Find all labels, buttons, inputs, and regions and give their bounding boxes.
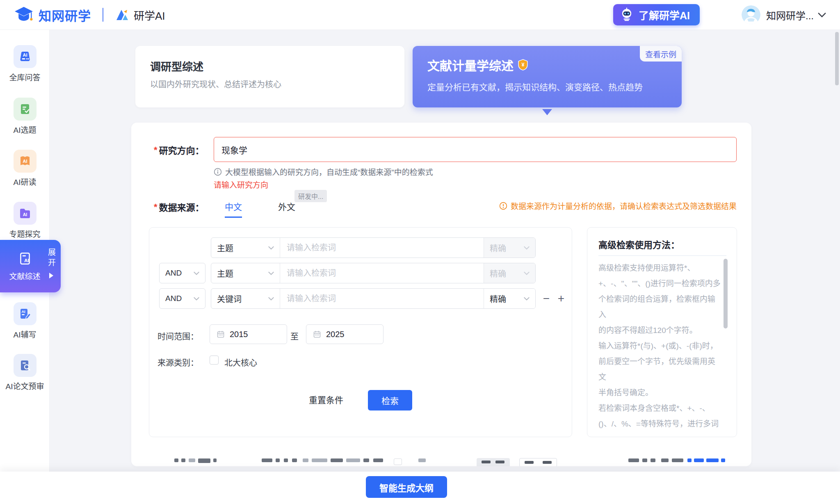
help-body: 高级检索支持使用运算符*、 +、-、''、""、()进行同一检索项内多 个检索词… [598, 260, 721, 433]
chevron-down-icon[interactable] [818, 12, 826, 18]
chevron-down-icon [268, 297, 274, 301]
sidebar-item-review-selected[interactable]: AI 文献综述 展开 [0, 240, 61, 292]
sidebar-item-label: 专题探究 [9, 228, 40, 239]
sidebar-item-label: AI选题 [14, 124, 37, 135]
field-select[interactable]: 关键词 [211, 289, 280, 308]
brand-logo[interactable]: 知网研学 [14, 6, 91, 24]
warning-icon [499, 202, 507, 210]
sidebar-item-writing[interactable]: AI AI辅写 [0, 302, 50, 340]
reset-conditions-button[interactable]: 重置条件 [309, 393, 343, 406]
card-bibliometric-review[interactable]: 文献计量学综述 ¥ 定量分析已有文献，揭示知识结构、演变路径、热点趋势 查看示例 [413, 46, 682, 107]
add-row-button[interactable]: + [555, 288, 568, 309]
field-select[interactable]: 主题 [211, 263, 280, 283]
calendar-icon [313, 330, 321, 338]
learn-ai-label: 了解研学AI [639, 7, 690, 22]
shield-vip-icon: ¥ [518, 59, 528, 71]
card-survey-review[interactable]: 调研型综述 以国内外研究现状、总结评述为核心 [135, 46, 404, 107]
research-direction-error: 请输入研究方向 [214, 179, 268, 190]
source-category-label: 来源类别： [158, 356, 199, 368]
ai-qa-icon: AI [14, 45, 37, 68]
card-subtitle: 定量分析已有文献，揭示知识结构、演变路径、热点趋势 [427, 80, 643, 93]
search-term-input[interactable] [280, 238, 484, 258]
match-mode-select[interactable]: 精确 [484, 263, 535, 283]
research-direction-input[interactable] [214, 137, 737, 162]
search-term-input[interactable] [280, 289, 484, 308]
sidebar-item-precheck[interactable]: AI论文预审 [0, 354, 50, 391]
ai-precheck-icon [14, 354, 37, 377]
ai-explore-icon: AI [14, 202, 37, 225]
ai-reading-icon: AI [14, 150, 37, 173]
svg-text:AI: AI [23, 159, 27, 164]
help-scrollbar[interactable] [724, 259, 728, 328]
end-year-value: 2025 [326, 330, 345, 339]
research-direction-label: *研究方向： [154, 143, 204, 156]
svg-text:¥: ¥ [521, 62, 525, 68]
sidebar-item-label: 文献综述 [9, 270, 40, 281]
remove-row-button[interactable]: − [540, 288, 553, 309]
sidebar-item-qa[interactable]: AI 全库问答 [0, 45, 50, 82]
sidebar-item-reading[interactable]: AI AI研读 [0, 150, 50, 187]
start-year-value: 2015 [230, 330, 248, 339]
svg-text:AI: AI [21, 309, 25, 314]
operator-select[interactable]: AND [159, 288, 205, 309]
top-header: 知网研学 研学AI [0, 0, 840, 30]
required-mark: * [154, 202, 158, 212]
app-root: 知网研学 研学AI [0, 0, 840, 504]
svg-text:AI: AI [24, 258, 29, 263]
chevron-down-icon [524, 246, 530, 250]
sidebar-item-topic[interactable]: AI选题 [0, 98, 50, 135]
clipped-checkbox[interactable] [394, 458, 402, 465]
account-name[interactable]: 知网研学... [766, 8, 814, 22]
header-divider [103, 8, 103, 22]
match-mode-select[interactable]: 精确 [484, 238, 535, 258]
search-row: 关键词 精确 [211, 288, 536, 309]
help-title: 高级检索使用方法： [598, 237, 680, 251]
chevron-down-icon [268, 271, 274, 275]
data-source-label: *数据来源： [154, 200, 204, 213]
end-year-picker[interactable]: 2025 [306, 324, 383, 344]
review-config-panel: *研究方向： 大模型根据输入的研究方向，自动生成“数据来源”中的检索式 请输入研… [131, 123, 751, 466]
calendar-icon [217, 330, 225, 338]
bottom-action-bar: 智能生成大纲 [0, 472, 840, 504]
card-title: 调研型综述 [150, 58, 203, 73]
selected-card-pointer-icon [542, 109, 552, 115]
field-select[interactable]: 主题 [211, 238, 280, 258]
expand-label: 展开 [46, 248, 57, 269]
start-year-picker[interactable]: 2015 [210, 324, 287, 344]
ai-review-icon: AI [18, 251, 32, 266]
tab-foreign[interactable]: 外文 [278, 200, 295, 217]
match-mode-select[interactable]: 精确 [484, 289, 535, 308]
avatar[interactable] [742, 5, 760, 24]
sidebar-item-label: 全库问答 [9, 71, 40, 82]
chevron-down-icon [268, 246, 274, 250]
sidebar-item-label: AI辅写 [14, 328, 37, 340]
ai-writing-icon: AI [14, 302, 37, 325]
sidebar-item-explore[interactable]: AI 专题探究 [0, 202, 50, 239]
tab-chinese[interactable]: 中文 [225, 200, 242, 218]
brand-name: 知网研学 [39, 6, 91, 24]
spark-icon [115, 8, 130, 21]
page-scrollbar[interactable] [835, 32, 839, 85]
info-icon [214, 168, 222, 176]
sidebar-item-label: AI研读 [14, 176, 37, 187]
triangle-right-icon [49, 273, 53, 278]
card-subtitle: 以国内外研究现状、总结评述为核心 [150, 78, 281, 90]
view-example-badge[interactable]: 查看示例 [640, 46, 682, 62]
expand-handle[interactable]: 展开 [46, 248, 57, 278]
pku-core-checkbox[interactable] [210, 356, 219, 365]
clipped-content-row [131, 457, 751, 466]
clipped-toggle-button[interactable] [519, 458, 557, 466]
clipped-toggle-button-active[interactable] [477, 458, 510, 466]
search-term-input[interactable] [280, 263, 484, 283]
learn-ai-button[interactable]: 了解研学AI [613, 4, 700, 25]
chevron-down-icon [194, 271, 199, 275]
advanced-search-help: 高级检索使用方法： 高级检索支持使用运算符*、 +、-、''、""、()进行同一… [587, 227, 737, 437]
generate-outline-button[interactable]: 智能生成大纲 [366, 476, 447, 498]
in-development-badge: 研发中... [294, 190, 327, 202]
operator-select[interactable]: AND [159, 263, 205, 283]
svg-text:AI: AI [23, 52, 27, 57]
search-button[interactable]: 检索 [368, 390, 412, 410]
app-title: 研学AI [115, 7, 165, 23]
time-range-label: 时间范围： [158, 330, 199, 342]
svg-text:AI: AI [23, 212, 27, 217]
